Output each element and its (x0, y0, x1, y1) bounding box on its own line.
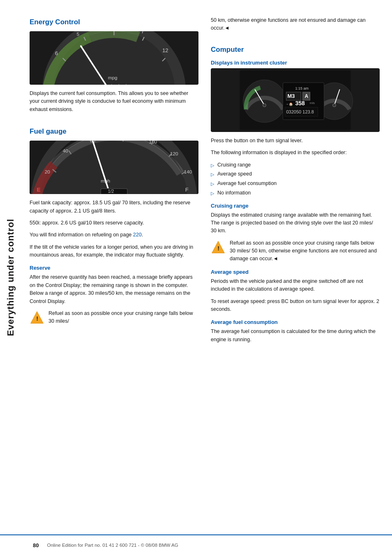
svg-text:E: E (37, 187, 41, 193)
cruising-warning-icon: ! (211, 240, 226, 255)
computer-items-list: ▷ Cruising range ▷ Average speed ▷ Avera… (211, 161, 380, 197)
svg-text:1:15 am: 1:15 am (295, 86, 309, 90)
bullet-icon-4: ▷ (211, 190, 214, 197)
avg-fuel-title: Average fuel consumption (211, 319, 380, 325)
bullet-icon-3: ▷ (211, 180, 214, 187)
fuel-550i-text: 550i: approx. 2.6 US gal/10 liters reser… (30, 219, 198, 227)
svg-text:→🏠: →🏠 (286, 102, 293, 106)
page-link-220[interactable]: 220 (133, 232, 142, 238)
list-item-cruising: ▷ Cruising range (211, 161, 380, 169)
fuel-gauge-title: Fuel gauge (30, 127, 198, 136)
computer-title: Computer (211, 46, 380, 54)
reserve-title: Reserve (30, 265, 198, 271)
list-item-no-info: ▷ No information (211, 189, 380, 197)
svg-point-71 (263, 104, 266, 107)
warning-continuation: 50 km, otherwise engine functions are no… (211, 16, 380, 32)
bullet-icon-1: ▷ (211, 162, 214, 169)
avg-speed-title: Average speed (211, 269, 380, 275)
svg-point-69 (243, 80, 286, 123)
reserve-text: After the reserve quantity has been reac… (30, 273, 198, 305)
energy-gauge-svg: 8 6 5 6 7 12 ∞ mpg 50 30 20 15 (30, 31, 198, 85)
displays-title: Displays in instrument cluster (211, 60, 380, 66)
energy-control-description: Displays the current fuel consumption. T… (30, 90, 198, 113)
fuel-gauge-svg: -20 20 40 60 80 100 120 140 160 mph (30, 141, 198, 194)
computer-display-image: 1:15 am M3 A →🏠 358 mls 032050 123. (211, 68, 380, 132)
svg-text:6: 6 (55, 50, 58, 56)
svg-text:7: 7 (141, 31, 144, 35)
svg-text:40: 40 (63, 148, 69, 153)
svg-text:!: ! (36, 315, 38, 322)
avg-speed-text1: Periods with the vehicle parked and the … (211, 278, 380, 294)
main-content: Energy Control (21, 0, 392, 555)
press-button-text: Press the button on the turn signal leve… (211, 137, 380, 145)
cruising-range-text: Displays the estimated cruising range av… (211, 211, 380, 235)
svg-text:F: F (185, 187, 189, 193)
svg-text:!: ! (217, 245, 219, 252)
svg-text:A: A (305, 93, 309, 99)
page-container: Everything under control Energy Control (0, 0, 392, 555)
page-number: 80 (33, 542, 39, 548)
fuel-gauge-image: -20 20 40 60 80 100 120 140 160 mph (30, 141, 198, 194)
svg-text:M3: M3 (288, 93, 295, 99)
energy-control-title: Energy Control (30, 18, 198, 26)
page-footer: 80 Online Edition for Part no. 01 41 2 6… (0, 534, 392, 555)
svg-text:12: 12 (162, 47, 168, 53)
svg-point-74 (333, 104, 336, 107)
svg-rect-51 (101, 188, 127, 194)
fuel-tilt-text: If the tilt of the vehicle varies for a … (30, 243, 198, 259)
fuel-refuel-text: You will find information on refueling o… (30, 231, 198, 239)
list-item-avg-fuel: ▷ Average fuel consumption (211, 180, 380, 187)
bullet-icon-2: ▷ (211, 171, 214, 178)
energy-gauge-image: 8 6 5 6 7 12 ∞ mpg 50 30 20 15 (30, 31, 198, 85)
cruising-warning-box: ! Refuel as soon as possible once your c… (211, 239, 380, 263)
following-info-text: The following information is displayed i… (211, 149, 380, 157)
avg-speed-text2: To reset average speed: press BC button … (211, 298, 380, 314)
avg-fuel-text: The average fuel consumption is calculat… (211, 328, 380, 344)
left-column: Energy Control (30, 16, 198, 348)
cruising-warning-text: Refuel as soon as possible once your cru… (230, 239, 380, 263)
svg-text:160: 160 (185, 193, 194, 194)
sidebar-label: Everything under control (5, 219, 16, 336)
svg-text:1/2: 1/2 (108, 189, 114, 194)
right-column: 50 km, otherwise engine functions are no… (211, 16, 380, 348)
svg-text:mls: mls (310, 101, 315, 105)
footer-copyright: Online Edition for Part no. 01 41 2 600 … (47, 543, 178, 548)
svg-text:5: 5 (76, 31, 79, 37)
sidebar: Everything under control (0, 0, 21, 555)
energy-control-section: Energy Control (30, 16, 198, 118)
list-item-avg-speed: ▷ Average speed (211, 170, 380, 178)
svg-text:032050  123.8: 032050 123.8 (286, 109, 314, 114)
fuel-gauge-section: Fuel gauge -20 2 (30, 126, 198, 330)
computer-section: Computer Displays in instrument cluster (211, 44, 380, 348)
reserve-warning-text: Refuel as soon as possible once your cru… (48, 310, 198, 326)
cruising-range-title: Cruising range (211, 203, 380, 209)
svg-text:140: 140 (184, 169, 192, 174)
warning-icon: ! (30, 310, 44, 325)
reserve-warning-box: ! Refuel as soon as possible once your c… (30, 310, 198, 326)
svg-text:mpg: mpg (108, 74, 118, 80)
svg-text:20: 20 (45, 169, 51, 174)
fuel-capacity-text: Fuel tank capacity: approx. 18.5 US gal/… (30, 199, 198, 215)
svg-text:358: 358 (295, 100, 305, 106)
